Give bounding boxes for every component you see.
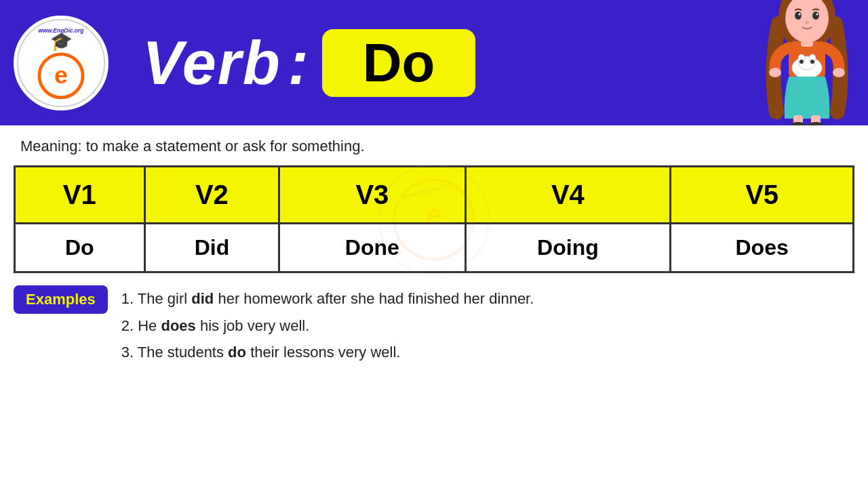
svg-point-14 [769, 68, 781, 77]
example-1: 1. The girl did her homework after she h… [121, 285, 534, 312]
header-verb-text: Do [363, 33, 435, 93]
example-1-after: her homework after she had finished her … [218, 290, 534, 307]
example-2-bold: does [161, 317, 195, 334]
table-container: e www.EngDic.org V1 V2 V3 V4 V5 Do [14, 165, 854, 273]
examples-section: Examples 1. The girl did her homework af… [0, 273, 868, 373]
header-verb-box: Do [322, 29, 476, 97]
svg-point-20 [800, 60, 804, 64]
svg-point-11 [805, 21, 809, 24]
td-v5: Does [671, 224, 854, 272]
svg-text:e: e [54, 62, 68, 89]
example-3-after: their lessons very well. [250, 344, 400, 361]
header-title-text: Verb [142, 33, 281, 94]
examples-list: 1. The girl did her homework after she h… [121, 285, 534, 366]
example-3-before: The students [138, 344, 228, 361]
svg-point-24 [791, 122, 806, 125]
td-v2: Did [144, 224, 279, 272]
example-3: 3. The students do their lessons very we… [121, 339, 534, 366]
meaning-section: Meaning: to make a statement or ask for … [0, 125, 868, 162]
header-banner: www.EngDic.org 🎓 e Verb : Do [0, 0, 868, 125]
logo-svg: www.EngDic.org 🎓 e [14, 18, 108, 108]
th-v1: V1 [15, 167, 145, 224]
svg-point-9 [799, 14, 801, 16]
example-2: 2. He does his job very well. [121, 312, 534, 340]
logo-circle: www.EngDic.org 🎓 e [14, 16, 108, 110]
example-2-number: 2. [121, 317, 138, 334]
td-v1: Do [15, 224, 145, 272]
example-2-after: his job very well. [200, 317, 309, 334]
example-1-number: 1. [121, 290, 138, 307]
girl-illustration [753, 0, 861, 125]
table-header-row: V1 V2 V3 V4 V5 [15, 167, 854, 224]
examples-badge: Examples [14, 285, 108, 314]
td-v4: Doing [465, 224, 671, 272]
table-data-row: Do Did Done Doing Does [15, 224, 854, 272]
svg-point-21 [810, 60, 814, 64]
example-3-number: 3. [121, 344, 138, 361]
svg-point-10 [816, 14, 818, 16]
page-wrapper: www.EngDic.org 🎓 e Verb : Do [0, 0, 868, 488]
svg-point-8 [812, 12, 819, 20]
header-title-group: Verb : Do [122, 29, 854, 97]
meaning-label: Meaning: [20, 138, 82, 155]
verb-table-wrapper: e www.EngDic.org V1 V2 V3 V4 V5 Do [0, 165, 868, 273]
example-1-before: The girl [138, 290, 191, 307]
example-2-before: He [138, 317, 161, 334]
th-v4: V4 [465, 167, 671, 224]
verb-table: V1 V2 V3 V4 V5 Do Did Done Doing Does [14, 165, 854, 273]
example-1-bold: did [191, 290, 214, 307]
header-colon: : [288, 33, 309, 94]
example-3-bold: do [228, 344, 246, 361]
th-v3: V3 [279, 167, 465, 224]
svg-rect-13 [801, 37, 813, 47]
meaning-text: to make a statement or ask for something… [86, 138, 365, 155]
svg-point-7 [795, 12, 802, 20]
td-v3: Done [279, 224, 465, 272]
girl-svg [756, 0, 858, 125]
svg-point-15 [833, 68, 845, 77]
svg-point-25 [808, 122, 823, 125]
svg-text:🎓: 🎓 [50, 30, 73, 52]
th-v2: V2 [144, 167, 279, 224]
th-v5: V5 [671, 167, 854, 224]
